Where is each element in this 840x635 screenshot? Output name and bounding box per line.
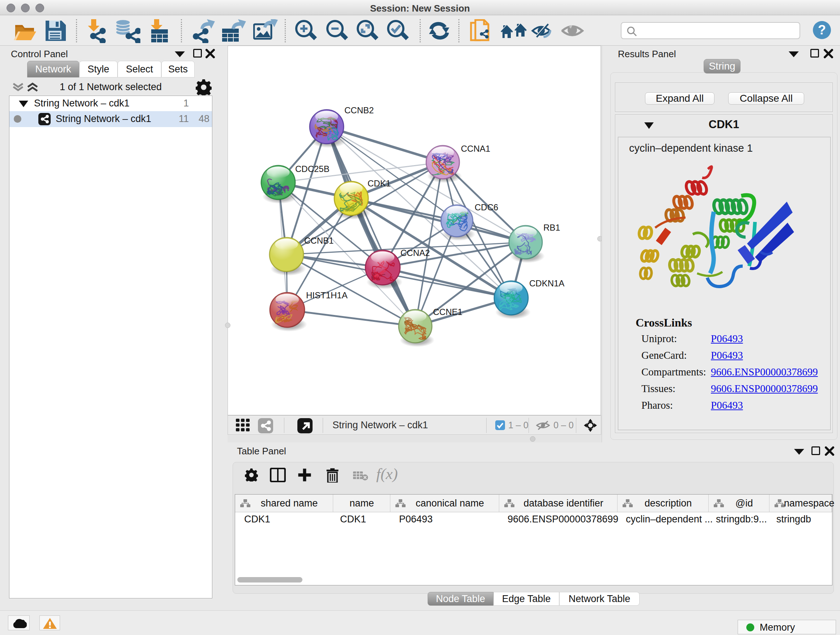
svg-text:CDKN1A: CDKN1A [529,279,564,288]
svg-text:HIST1H1A: HIST1H1A [306,290,347,300]
svg-text:CDC25B: CDC25B [295,164,330,174]
svg-text:CDK1: CDK1 [368,179,391,188]
svg-text:?: ? [818,22,826,37]
svg-text:RB1: RB1 [543,223,561,233]
svg-text:CDC6: CDC6 [475,203,498,212]
svg-text:CCNA1: CCNA1 [461,144,490,154]
svg-text:CCNA2: CCNA2 [401,248,430,258]
svg-text:CCNE1: CCNE1 [433,307,462,317]
svg-text:CCNB2: CCNB2 [344,105,374,115]
svg-text:CCNB1: CCNB1 [304,236,333,245]
